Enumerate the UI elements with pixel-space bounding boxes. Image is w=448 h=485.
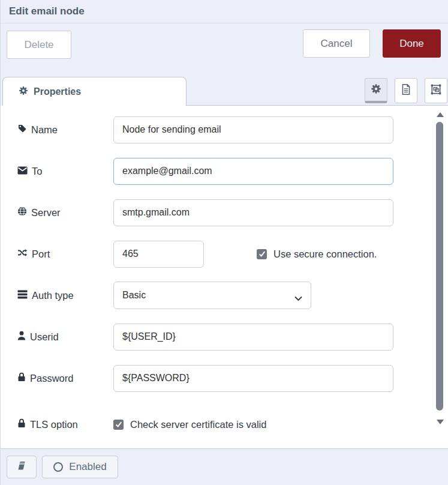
server-row: Server: [17, 199, 448, 226]
tls-option-row: TLS option Check server certificate is v…: [17, 411, 448, 438]
name-input[interactable]: [113, 116, 393, 143]
scrollbar-up-arrow[interactable]: [437, 112, 444, 117]
delete-button[interactable]: Delete: [7, 31, 71, 59]
lock-icon: [17, 372, 26, 384]
shuffle-icon: [17, 248, 28, 260]
userid-row: Userid: [17, 323, 448, 351]
description-tab-button[interactable]: [395, 78, 417, 103]
appearance-tab-button[interactable]: [425, 78, 447, 103]
auth-type-selected-value: Basic: [122, 290, 146, 301]
password-input[interactable]: [113, 365, 393, 392]
auth-type-row: Auth type Basic: [17, 282, 448, 309]
globe-icon: [17, 206, 27, 218]
tls-verify-checkbox[interactable]: [113, 420, 124, 430]
userid-label: Userid: [17, 331, 113, 343]
tls-verify-label: Check server certificate is valid: [130, 419, 266, 430]
envelope-icon: [17, 166, 28, 177]
tab-properties-label: Properties: [34, 86, 81, 97]
properties-form: Name To: [1, 106, 448, 448]
cancel-button[interactable]: Cancel: [303, 29, 370, 58]
tag-icon: [17, 124, 27, 136]
done-button[interactable]: Done: [383, 29, 441, 58]
enabled-label: Enabled: [69, 461, 106, 473]
password-row: Password: [17, 364, 448, 392]
gear-icon: [19, 86, 28, 98]
dialog-footer: Enabled: [1, 448, 448, 485]
server-input[interactable]: [113, 199, 393, 226]
circle-icon: [53, 462, 63, 472]
server-label: Server: [17, 206, 113, 218]
tab-bar: Properties: [1, 76, 448, 106]
book-icon: [16, 460, 28, 474]
tls-verify-option: Check server certificate is valid: [113, 419, 266, 430]
port-row: Port Use secure connection.: [17, 240, 448, 268]
user-icon: [17, 331, 26, 343]
edit-email-node-dialog: Edit email node Delete Cancel Done Prope…: [0, 0, 448, 485]
auth-type-select[interactable]: Basic: [113, 282, 311, 309]
auth-type-label: Auth type: [17, 290, 113, 301]
tls-option-label: TLS option: [17, 418, 113, 430]
to-row: To: [17, 157, 448, 185]
dialog-action-row: Delete Cancel Done: [1, 23, 448, 76]
password-label: Password: [17, 372, 113, 384]
node-help-button[interactable]: [7, 456, 37, 478]
chevron-down-icon: [294, 293, 302, 304]
secure-connection-checkbox[interactable]: [257, 249, 267, 259]
form-scrollbar[interactable]: [434, 106, 446, 448]
userid-input[interactable]: [113, 324, 393, 351]
scrollbar-thumb[interactable]: [436, 122, 443, 411]
enabled-toggle-button[interactable]: Enabled: [42, 456, 118, 478]
appearance-icon: [430, 83, 442, 98]
to-input[interactable]: [113, 158, 393, 185]
doc-icon: [401, 83, 411, 98]
lock-icon: [17, 418, 26, 430]
name-row: Name: [17, 116, 448, 143]
properties-tab-button[interactable]: [365, 78, 387, 103]
tab-properties[interactable]: Properties: [2, 77, 187, 106]
dialog-title: Edit email node: [9, 5, 85, 17]
to-label: To: [17, 166, 113, 177]
secure-connection-label: Use secure connection.: [273, 249, 377, 260]
name-label: Name: [17, 124, 113, 136]
list-icon: [17, 290, 28, 301]
secure-connection-option: Use secure connection.: [257, 249, 377, 260]
scrollbar-down-arrow[interactable]: [437, 420, 444, 424]
gear-icon: [371, 83, 381, 97]
port-label: Port: [17, 248, 113, 260]
dialog-header: Edit email node: [1, 0, 448, 23]
port-input[interactable]: [113, 241, 204, 268]
